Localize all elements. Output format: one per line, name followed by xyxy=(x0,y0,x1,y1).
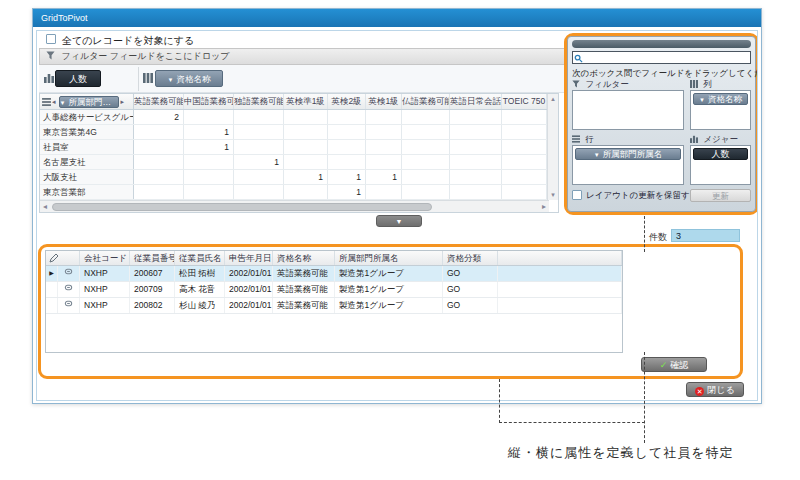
scroll-right-icon[interactable]: ▸ xyxy=(539,202,549,211)
detail-column-header[interactable]: 申告年月日 xyxy=(225,251,273,265)
detail-grid-row[interactable]: NXHP200709高木 花音2002/01/01英語業務可能製造第1グループG… xyxy=(46,282,622,298)
pivot-value-cell[interactable] xyxy=(450,140,502,154)
measure-button-people-count[interactable]: 人数 xyxy=(55,70,101,87)
pivot-value-cell[interactable] xyxy=(184,170,234,184)
pivot-value-cell[interactable] xyxy=(366,155,402,169)
pivot-value-cell[interactable] xyxy=(284,185,328,199)
pivot-value-cell[interactable] xyxy=(366,110,402,124)
detail-cell[interactable]: 2002/01/01 xyxy=(225,282,273,297)
pivot-value-cell[interactable]: 1 xyxy=(366,170,402,184)
detail-cell[interactable]: 2002/01/01 xyxy=(225,298,273,313)
detail-cell[interactable]: 製造第1グループ xyxy=(335,266,443,281)
detail-cell[interactable]: NXHP xyxy=(80,282,130,297)
detail-column-header[interactable]: 所属部門所属名 xyxy=(335,251,443,265)
field-search-box[interactable] xyxy=(572,51,751,64)
column-field-button[interactable]: ▼資格名称 xyxy=(155,70,223,87)
pivot-value-cell[interactable] xyxy=(366,125,402,139)
detail-grid-row[interactable]: NXHP200802杉山 綾乃2002/01/01英語業務可能製造第1グループG… xyxy=(46,298,622,314)
measure-area-box[interactable]: 人数 xyxy=(690,145,751,185)
column-area-field-qualification[interactable]: ▼資格名称 xyxy=(693,93,748,105)
pivot-value-cell[interactable] xyxy=(328,110,366,124)
window-titlebar[interactable]: GridToPivot xyxy=(33,9,761,27)
pivot-value-cell[interactable] xyxy=(234,110,284,124)
pivot-value-cell[interactable] xyxy=(502,110,547,124)
pivot-value-cell[interactable] xyxy=(234,185,284,199)
update-button[interactable]: 更新 xyxy=(690,189,751,202)
pivot-value-cell[interactable]: 1 xyxy=(284,170,328,184)
pivot-value-cell[interactable] xyxy=(502,155,547,169)
pivot-horizontal-scrollbar[interactable]: ◂ ▸ xyxy=(40,200,549,212)
row-area-box[interactable]: ▼所属部門所属名 xyxy=(572,145,684,185)
pivot-value-cell[interactable]: 2 xyxy=(134,110,184,124)
scroll-up-icon[interactable]: ▴ xyxy=(548,95,558,103)
column-area-box[interactable]: ▼資格名称 xyxy=(690,90,751,130)
pivot-value-cell[interactable] xyxy=(402,110,450,124)
pivot-value-cell[interactable] xyxy=(134,170,184,184)
detail-column-header[interactable]: 従業員氏名 xyxy=(175,251,225,265)
detail-cell[interactable]: 松田 拓樹 xyxy=(175,266,225,281)
pivot-value-cell[interactable] xyxy=(450,155,502,169)
pivot-value-cell[interactable] xyxy=(402,170,450,184)
pivot-value-cell[interactable] xyxy=(328,140,366,154)
detail-cell[interactable]: 200607 xyxy=(130,266,175,281)
expand-right-icon[interactable]: ▸ xyxy=(121,98,125,106)
scroll-down-icon[interactable]: ▾ xyxy=(548,191,558,199)
detail-cell[interactable]: GO xyxy=(443,298,498,313)
detail-cell[interactable]: 200802 xyxy=(130,298,175,313)
scroll-left-icon[interactable]: ◂ xyxy=(40,202,50,211)
row-field-button[interactable]: ▼所属部門所属名 xyxy=(59,96,119,108)
pivot-value-cell[interactable]: 1 xyxy=(184,140,234,154)
pivot-value-cell[interactable]: 1 xyxy=(328,185,366,199)
detail-column-header[interactable]: 会社コード xyxy=(80,251,130,265)
pivot-value-cell[interactable] xyxy=(184,110,234,124)
row-area-field-department[interactable]: ▼所属部門所属名 xyxy=(575,148,681,160)
pivot-value-cell[interactable] xyxy=(402,125,450,139)
pivot-value-cell[interactable] xyxy=(450,110,502,124)
horizontal-scroll-thumb[interactable] xyxy=(52,203,432,211)
attachment-clip-icon[interactable] xyxy=(58,282,80,297)
pivot-value-cell[interactable] xyxy=(184,185,234,199)
defer-layout-checkbox[interactable] xyxy=(572,190,582,200)
pivot-value-cell[interactable] xyxy=(366,140,402,154)
pivot-value-cell[interactable] xyxy=(134,140,184,154)
pivot-value-cell[interactable] xyxy=(366,185,402,199)
detail-cell[interactable]: GO xyxy=(443,282,498,297)
detail-cell[interactable]: 200709 xyxy=(130,282,175,297)
pivot-value-cell[interactable] xyxy=(402,140,450,154)
detail-cell[interactable]: NXHP xyxy=(80,266,130,281)
detail-grid-row[interactable]: ▶ NXHP200607松田 拓樹2002/01/01英語業務可能製造第1グルー… xyxy=(46,266,622,282)
detail-cell[interactable]: 英語業務可能 xyxy=(273,266,335,281)
detail-column-header[interactable]: 資格名称 xyxy=(273,251,335,265)
pivot-value-cell[interactable] xyxy=(402,185,450,199)
detail-cell[interactable]: 高木 花音 xyxy=(175,282,225,297)
pivot-value-cell[interactable] xyxy=(284,155,328,169)
pivot-value-cell[interactable] xyxy=(450,185,502,199)
pivot-value-cell[interactable] xyxy=(134,125,184,139)
attachment-clip-icon[interactable] xyxy=(58,266,80,281)
pivot-value-cell[interactable] xyxy=(134,185,184,199)
detail-cell[interactable]: 製造第1グループ xyxy=(335,282,443,297)
detail-cell[interactable]: 2002/01/01 xyxy=(225,266,273,281)
pivot-value-cell[interactable] xyxy=(284,125,328,139)
detail-cell[interactable]: 杉山 綾乃 xyxy=(175,298,225,313)
pivot-value-cell[interactable] xyxy=(502,125,547,139)
pivot-value-cell[interactable] xyxy=(284,140,328,154)
pivot-value-cell[interactable] xyxy=(234,140,284,154)
pivot-value-cell[interactable] xyxy=(450,125,502,139)
field-list-drag-handle[interactable] xyxy=(572,40,751,48)
detail-column-header[interactable]: 資格分類 xyxy=(443,251,498,265)
pivot-value-cell[interactable] xyxy=(234,125,284,139)
detail-cell[interactable]: NXHP xyxy=(80,298,130,313)
pivot-value-cell[interactable] xyxy=(328,125,366,139)
detail-cell[interactable]: 製造第1グループ xyxy=(335,298,443,313)
detail-cell[interactable]: GO xyxy=(443,266,498,281)
filter-area-box[interactable] xyxy=(572,90,684,130)
measure-area-field-people-count[interactable]: 人数 xyxy=(693,148,748,160)
confirm-button[interactable]: ✓確認 xyxy=(641,357,707,372)
pivot-value-cell[interactable] xyxy=(502,170,547,184)
show-detail-button[interactable]: ▼ xyxy=(376,215,422,227)
collapse-left-icon[interactable]: ◂ xyxy=(52,98,56,106)
detail-cell[interactable]: 英語業務可能 xyxy=(273,282,335,297)
detail-column-header[interactable]: 従業員番号 xyxy=(130,251,175,265)
pivot-value-cell[interactable] xyxy=(284,110,328,124)
